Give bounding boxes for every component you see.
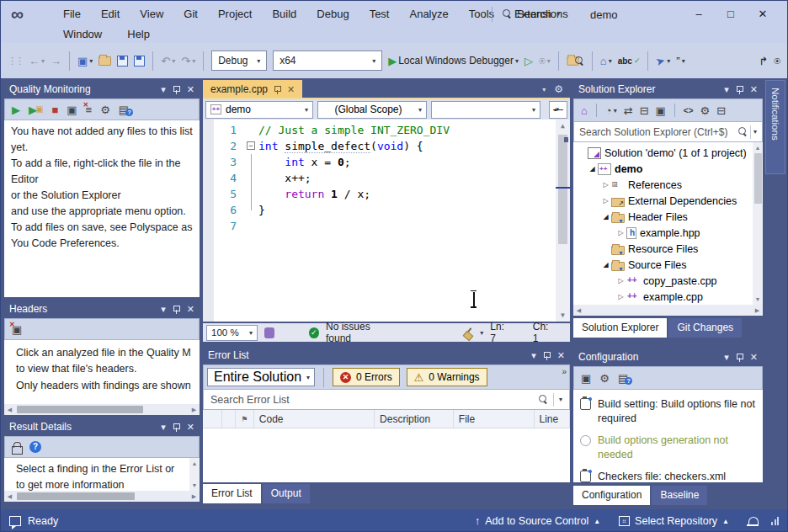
open-folder-button[interactable] <box>98 56 111 66</box>
scope-dropdown[interactable]: (Global Scope) ▾ <box>317 101 427 119</box>
code-line[interactable]: 7 <box>203 218 570 234</box>
error-scope-dropdown[interactable]: Entire Solution▾ <box>207 368 315 386</box>
active-files-dropdown-icon[interactable]: ▾ <box>542 86 546 93</box>
code-editor[interactable]: 1// Just a simple INT_ZERO_DIV2−int simp… <box>203 120 570 322</box>
result-details-header[interactable]: Result Details ▾ ✕ <box>4 418 200 436</box>
tree-item-references[interactable]: ▷References <box>573 177 763 193</box>
chevron-down-icon[interactable]: ▾ <box>480 329 483 337</box>
fold-margin[interactable] <box>245 186 258 202</box>
notifications-bell-button[interactable] <box>743 509 763 532</box>
title-search-control[interactable]: Search ▾ <box>503 8 560 20</box>
notifications-side-tab[interactable]: Notifications <box>765 80 785 174</box>
code-line[interactable]: 1// Just a simple INT_ZERO_DIV <box>203 122 570 138</box>
dock-tab-git-changes[interactable]: Git Changes <box>668 318 742 338</box>
run-all-icon[interactable]: ▶▣ <box>29 104 43 115</box>
fold-margin[interactable] <box>245 122 258 138</box>
code-line[interactable]: 4 x++; <box>203 170 570 186</box>
pending-changes-filter-icon[interactable]: ◔▾ <box>605 105 617 116</box>
remove-from-list-icon[interactable]: ≡ <box>86 104 93 116</box>
comment-button[interactable]: ”▾ <box>676 56 684 66</box>
chevron-down-icon[interactable]: ▾ <box>161 422 166 433</box>
settings-icon[interactable]: ⚙ <box>599 373 610 384</box>
pin-icon[interactable] <box>173 423 180 432</box>
dock-tab-baseline[interactable]: Baseline <box>652 486 707 505</box>
close-button[interactable]: ✕ <box>747 3 779 24</box>
tree-item-external-dependencies[interactable]: ▷External Dependencies <box>573 193 763 209</box>
expander-icon[interactable]: ▷ <box>600 181 611 189</box>
select-element-button[interactable]: ➤▾ <box>656 56 670 66</box>
send-feedback-icon[interactable]: ⍟ <box>774 56 780 66</box>
chevron-down-icon[interactable]: ▾ <box>531 350 536 361</box>
run-analysis-icon[interactable]: ▶ <box>12 104 20 115</box>
column-header-file[interactable]: File <box>454 410 535 428</box>
settings-icon[interactable]: ⚙ <box>100 104 110 115</box>
fold-margin[interactable]: − <box>245 138 258 154</box>
solution-explorer-header[interactable]: Solution Explorer ▾ ✕ <box>573 80 763 98</box>
expander-icon[interactable]: ▷ <box>615 229 626 237</box>
tree-item-resource-files[interactable]: Resource Files <box>573 241 763 257</box>
tab-example-cpp[interactable]: example.cpp ✕ <box>203 80 302 98</box>
code-cleanup-icon[interactable] <box>463 327 473 338</box>
dock-tab-solution-explorer[interactable]: Solution Explorer <box>573 318 667 338</box>
solution-explorer-toolbar-button[interactable]: ⌂▾ <box>600 56 612 66</box>
solution-platforms-dropdown[interactable]: x64▾ <box>273 51 382 71</box>
undo-button[interactable]: ↶▾ <box>161 56 175 66</box>
toolbar-overflow-icon[interactable]: » <box>562 367 567 376</box>
clear-headers-icon[interactable]: ▣ <box>12 323 22 336</box>
error-list-icon-column[interactable]: ⚑ <box>236 410 254 428</box>
menu-window[interactable]: Window <box>63 28 102 40</box>
attach-button[interactable]: ⍟▾ <box>539 56 551 66</box>
menu-debug[interactable]: Debug <box>317 8 349 20</box>
close-icon[interactable]: ✕ <box>187 84 194 95</box>
pin-icon[interactable] <box>736 353 743 362</box>
menu-file[interactable]: File <box>63 8 81 20</box>
add-to-source-control-button[interactable]: ↑ Add to Source Control ▲ <box>470 509 605 532</box>
menu-git[interactable]: Git <box>184 8 198 20</box>
zoom-dropdown[interactable]: 100 %▾ <box>206 325 258 341</box>
quality-monitoring-header[interactable]: Quality Monitoring ▾ ✕ <box>4 80 200 98</box>
collapse-all-icon[interactable]: ⊟ <box>640 105 649 116</box>
new-item-button[interactable]: ▣▾ <box>77 56 93 66</box>
navigate-forward-button[interactable]: → <box>51 56 61 66</box>
help-icon[interactable]: ? <box>29 441 41 453</box>
tree-item-header-files[interactable]: ◢Header Files <box>573 209 763 225</box>
redo-button[interactable]: ↷▾ <box>181 56 195 66</box>
menu-help[interactable]: Help <box>127 28 150 40</box>
view-code-icon[interactable]: <> <box>684 106 694 115</box>
solution-explorer-search[interactable]: Search Solution Explorer (Ctrl+$) ▾ <box>573 122 763 142</box>
lock-icon[interactable] <box>12 442 21 453</box>
dock-tab-configuration[interactable]: Configuration <box>573 486 650 505</box>
tree-item-example-cpp[interactable]: ▷example.cpp <box>573 289 763 305</box>
collapse-region-icon[interactable]: − <box>247 141 255 150</box>
spell-check-button[interactable]: abc✓ <box>618 56 641 66</box>
show-all-files-icon[interactable]: ⊟ <box>716 105 726 116</box>
breakpoint-margin[interactable] <box>203 120 214 322</box>
tree-item-source-files[interactable]: ◢Source Files <box>573 257 763 273</box>
sync-with-active-document-icon[interactable]: ⇄ <box>624 105 633 116</box>
navigate-back-button[interactable]: ←▾ <box>29 56 45 66</box>
start-debugging-button[interactable]: ▶ Local Windows Debugger ▾ <box>388 55 519 66</box>
toolbar-grip[interactable]: ⋮⋮ <box>8 56 23 66</box>
pin-icon[interactable] <box>274 85 281 94</box>
pin-icon[interactable] <box>173 85 180 94</box>
pin-icon[interactable] <box>736 85 743 94</box>
menu-tools[interactable]: Tools <box>469 8 494 20</box>
feedback-signal-icon[interactable] <box>771 517 779 525</box>
start-without-debugging-button[interactable]: ▷ <box>524 56 533 66</box>
stop-icon[interactable]: ■ <box>51 104 58 115</box>
error-list-header[interactable]: Error List ▾ ✕ <box>203 346 570 364</box>
save-button[interactable] <box>117 56 128 66</box>
project-dropdown[interactable]: ++ demo ▾ <box>205 101 313 119</box>
code-line[interactable]: 3 int x = 0; <box>203 154 570 170</box>
editor-options-gear-icon[interactable]: ⚙ <box>554 83 563 95</box>
close-icon[interactable]: ✕ <box>750 84 758 95</box>
tree-item-example-hpp[interactable]: ▷example.hpp <box>573 225 763 241</box>
help-book-icon[interactable]: ▤? <box>119 104 133 116</box>
fold-margin[interactable] <box>245 218 258 234</box>
tree-vertical-scrollbar[interactable]: ▲ ▼ <box>753 142 763 305</box>
copy-icon[interactable]: ▣ <box>67 104 77 115</box>
solution-configurations-dropdown[interactable]: Debug▾ <box>211 51 267 71</box>
column-header-description[interactable]: Description <box>375 410 454 428</box>
code-line[interactable]: 2−int simple_defect(void) { <box>203 138 570 154</box>
column-header-code[interactable]: Code <box>254 410 375 428</box>
